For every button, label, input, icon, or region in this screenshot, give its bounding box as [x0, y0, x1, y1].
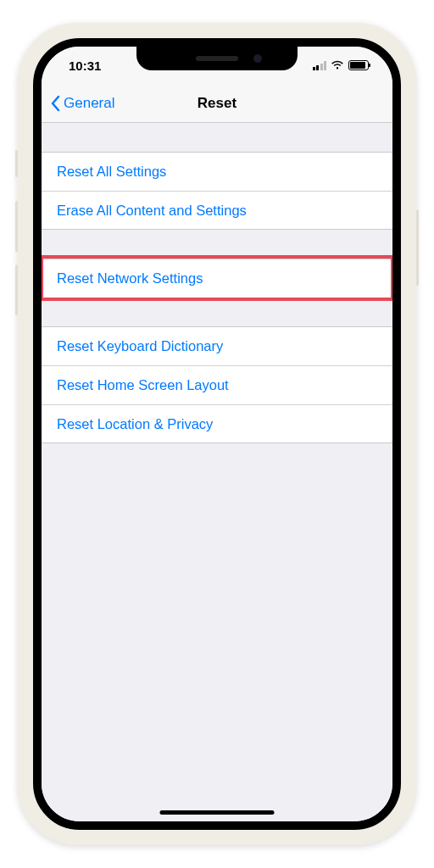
- power-button: [416, 209, 419, 286]
- reset-location-privacy-cell[interactable]: Reset Location & Privacy: [42, 404, 392, 443]
- chevron-left-icon: [50, 95, 60, 112]
- front-camera: [253, 54, 262, 63]
- page-title: Reset: [198, 95, 236, 112]
- reset-home-screen-layout-cell[interactable]: Reset Home Screen Layout: [42, 365, 392, 404]
- cellular-signal-icon: [313, 61, 327, 70]
- settings-group-2: Reset Network Settings: [42, 259, 392, 298]
- reset-network-settings-cell[interactable]: Reset Network Settings: [42, 259, 392, 298]
- notch: [136, 47, 298, 70]
- back-label: General: [64, 95, 114, 112]
- battery-icon: [348, 60, 369, 70]
- screen: 10:31 General Reset: [33, 38, 401, 830]
- wifi-icon: [331, 60, 344, 70]
- cell-label: Reset Home Screen Layout: [57, 377, 229, 393]
- home-indicator[interactable]: [160, 810, 275, 815]
- speaker: [196, 56, 238, 61]
- status-time: 10:31: [69, 58, 101, 73]
- reset-keyboard-dictionary-cell[interactable]: Reset Keyboard Dictionary: [42, 326, 392, 365]
- cell-label: Reset Keyboard Dictionary: [57, 338, 223, 354]
- cell-label: Reset All Settings: [57, 164, 166, 180]
- content: Reset All Settings Erase All Content and…: [42, 123, 392, 821]
- volume-down-button: [15, 264, 18, 315]
- back-button[interactable]: General: [50, 95, 114, 112]
- cell-label: Erase All Content and Settings: [57, 203, 247, 219]
- volume-up-button: [15, 201, 18, 252]
- silent-switch: [15, 150, 18, 177]
- cell-label: Reset Network Settings: [57, 270, 203, 287]
- cell-label: Reset Location & Privacy: [57, 416, 213, 432]
- erase-all-content-cell[interactable]: Erase All Content and Settings: [42, 191, 392, 230]
- reset-all-settings-cell[interactable]: Reset All Settings: [42, 152, 392, 191]
- settings-group-1: Reset All Settings Erase All Content and…: [42, 152, 392, 230]
- navigation-bar: General Reset: [42, 84, 392, 123]
- status-right: [313, 60, 370, 70]
- phone-frame: 10:31 General Reset: [18, 23, 416, 845]
- settings-group-3: Reset Keyboard Dictionary Reset Home Scr…: [42, 326, 392, 443]
